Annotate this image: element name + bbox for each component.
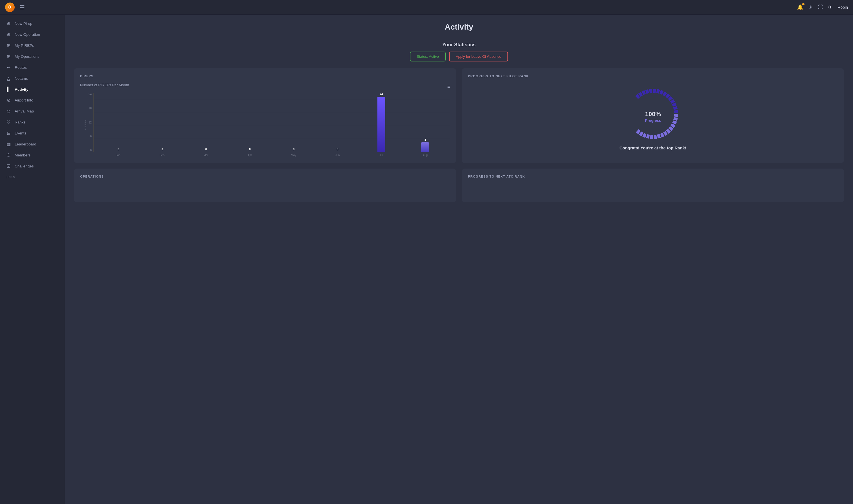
activity-icon: ▌ <box>6 87 11 92</box>
activity-label: Activity <box>15 87 29 92</box>
operations-label: OPERATIONS <box>80 175 450 178</box>
ring-segment-13 <box>673 106 678 110</box>
bar-x-label-apr: Apr <box>228 154 272 157</box>
main-content: Activity Your Statistics Status: Active … <box>65 15 853 504</box>
sidebar-item-events[interactable]: ⊟ Events <box>0 128 65 139</box>
y-labels: 24 18 12 6 0 <box>89 93 92 152</box>
bar-value-mar: 0 <box>205 148 207 151</box>
ring-segment-12 <box>672 103 676 107</box>
sidebar-item-airport-info[interactable]: ⊙ Airport Info <box>0 95 65 106</box>
leaderboard-icon: ▦ <box>6 142 11 147</box>
app-logo[interactable]: ✈ <box>5 2 15 12</box>
bar-fill-aug <box>421 142 429 152</box>
arrival-map-icon: ◎ <box>6 109 11 114</box>
my-operations-label: My Operations <box>15 54 39 59</box>
ring-segment-27 <box>642 133 646 138</box>
pireps-label: PIREPS <box>80 74 450 78</box>
y-label-24: 24 <box>89 93 92 96</box>
new-operation-label: New Operation <box>15 32 40 37</box>
user-name: Robin <box>837 5 848 10</box>
bar-x-label-feb: Feb <box>140 154 184 157</box>
progress-ring-wrap: 100% Progress Congrats! You're at the to… <box>468 83 838 153</box>
ring-segment-22 <box>660 133 664 138</box>
sidebar-item-new-operation[interactable]: ⊕ New Operation <box>0 29 65 40</box>
sidebar-item-ranks[interactable]: ♡ Ranks <box>0 117 65 128</box>
sidebar-item-members[interactable]: ⚇ Members <box>0 150 65 161</box>
sun-icon[interactable]: ☀ <box>808 4 813 11</box>
sidebar-item-my-pireps[interactable]: ⊞ My PIREPs <box>0 40 65 51</box>
ring-sub: Progress <box>645 119 661 123</box>
notams-label: Notams <box>15 76 28 80</box>
layout: ⊕ New Pirep ⊕ New Operation ⊞ My PIREPs … <box>0 15 853 504</box>
leave-button[interactable]: Apply for Leave Of Absence <box>449 52 508 61</box>
sidebar-item-challenges[interactable]: ☑ Challenges <box>0 161 65 172</box>
sidebar-item-notams[interactable]: △ Notams <box>0 73 65 84</box>
ring-segment-3 <box>645 89 649 94</box>
ring-segment-5 <box>653 89 656 93</box>
bar-col-jan: 0 <box>97 93 140 152</box>
progress-card: PROGRESS TO NEXT PILOT RANK 100% <box>462 68 844 163</box>
airport-info-icon: ⊙ <box>6 97 11 103</box>
plane-icon: ✈ <box>828 4 832 11</box>
title-divider <box>74 37 844 37</box>
ring-segment-23 <box>657 134 661 139</box>
bar-x-label-jul: Jul <box>359 154 403 157</box>
page-title: Activity <box>74 22 844 32</box>
progress-label: PROGRESS TO NEXT PILOT RANK <box>468 74 838 78</box>
fullscreen-icon[interactable]: ⛶ <box>818 4 823 10</box>
sidebar-item-activity[interactable]: ▌ Activity <box>0 84 65 95</box>
menu-icon[interactable]: ☰ <box>20 4 25 11</box>
bar-x-label-may: May <box>272 154 315 157</box>
bar-value-may: 0 <box>293 148 295 151</box>
ring-segment-7 <box>660 90 663 95</box>
bar-value-apr: 0 <box>249 148 251 151</box>
y-axis-title: PIREPs <box>84 120 87 130</box>
sidebar-item-my-operations[interactable]: ⊞ My Operations <box>0 51 65 62</box>
topnav-left: ✈ ☰ <box>5 2 25 12</box>
bar-x-label-jan: Jan <box>96 154 140 157</box>
my-pireps-icon: ⊞ <box>6 43 11 48</box>
atc-label: PROGRESS TO NEXT ATC RANK <box>468 175 838 178</box>
sidebar-item-new-pirep[interactable]: ⊕ New Pirep <box>0 18 65 29</box>
ring-segment-17 <box>672 120 677 124</box>
sidebar-item-arrival-map[interactable]: ◎ Arrival Map <box>0 106 65 117</box>
sidebar-item-routes[interactable]: ↩ Routes <box>0 62 65 73</box>
congrats-text: Congrats! You're at the top Rank! <box>620 145 686 150</box>
bar-col-apr: 0 <box>228 93 272 152</box>
arrival-map-label: Arrival Map <box>15 109 34 113</box>
bar-value-jan: 0 <box>118 148 119 151</box>
status-button[interactable]: Status: Active <box>410 52 446 61</box>
stats-section: Your Statistics Status: Active Apply for… <box>74 42 844 61</box>
ring-segment-25 <box>650 135 653 139</box>
sidebar-item-leaderboard[interactable]: ▦ Leaderboard <box>0 139 65 150</box>
bar-value-jul: 24 <box>380 93 383 96</box>
airport-info-label: Airport Info <box>15 98 33 102</box>
bar-col-mar: 0 <box>184 93 228 152</box>
y-label-18: 18 <box>89 107 92 110</box>
my-operations-icon: ⊞ <box>6 54 11 59</box>
chart-title: Number of PIREPs Per Month <box>80 83 129 87</box>
bar-x-label-jun: Jun <box>316 154 359 157</box>
links-label: LINKS <box>0 172 65 180</box>
bell-badge <box>802 3 804 5</box>
members-icon: ⚇ <box>6 152 11 158</box>
events-icon: ⊟ <box>6 130 11 136</box>
notams-icon: △ <box>6 76 11 81</box>
sidebar: ⊕ New Pirep ⊕ New Operation ⊞ My PIREPs … <box>0 15 65 504</box>
new-pirep-icon: ⊕ <box>6 21 11 26</box>
ring-percent: 100% <box>645 110 661 118</box>
leaderboard-label: Leaderboard <box>15 142 36 146</box>
bar-col-jul: 24 <box>359 93 403 152</box>
bar-col-feb: 0 <box>140 93 184 152</box>
cards-row-bottom: OPERATIONS PROGRESS TO NEXT ATC RANK <box>74 168 844 202</box>
cards-row-top: PIREPS Number of PIREPs Per Month ≡ PIRE… <box>74 68 844 163</box>
ring-segment-26 <box>646 134 650 139</box>
ring-segment-2 <box>641 90 646 95</box>
bar-value-jun: 0 <box>337 148 338 151</box>
operations-card: OPERATIONS <box>74 168 456 202</box>
bell-icon[interactable]: 🔔 <box>797 4 803 11</box>
chart-menu-icon[interactable]: ≡ <box>447 84 450 89</box>
atc-card: PROGRESS TO NEXT ATC RANK <box>462 168 844 202</box>
routes-label: Routes <box>15 66 27 70</box>
bar-value-aug: 4 <box>424 139 426 142</box>
